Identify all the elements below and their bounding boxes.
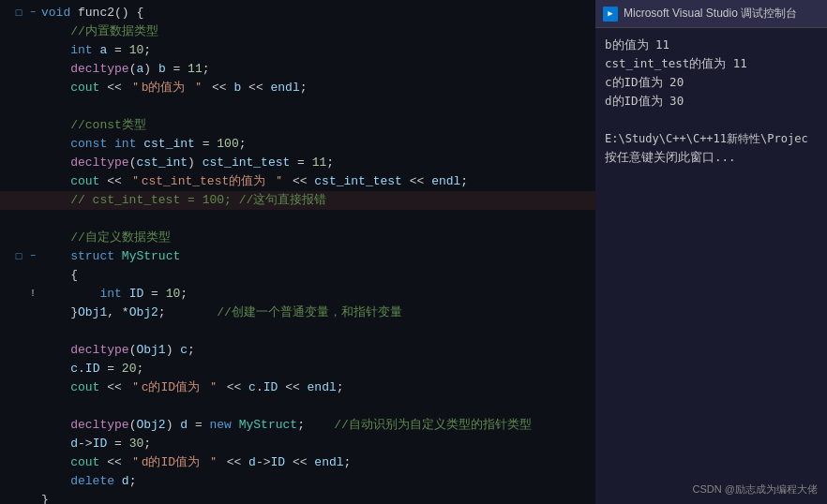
code-line-21-text: cout << ＂c的ID值为 ＂ << c.ID << endl; — [41, 378, 344, 397]
code-line-15-text: { — [41, 266, 78, 285]
console-output-line-2: cst_int_test的值为 11 — [605, 54, 818, 73]
code-line-24: d->ID = 30; — [0, 435, 595, 453]
code-line-7-text: //const类型 — [41, 116, 146, 135]
collapse-btn-16: ! — [30, 285, 41, 304]
code-line-23: decltype(Obj2) d = new MyStruct; //自动识别为… — [0, 416, 595, 435]
code-line-26: delete d; — [0, 472, 595, 491]
console-footer: CSDN @励志成为编程大佬 — [595, 479, 827, 504]
code-line-27: } — [0, 491, 595, 504]
code-line-24-text: d->ID = 30; — [41, 435, 151, 453]
code-line-14: □ − struct MyStruct — [0, 247, 595, 266]
gutter-collapse-14[interactable]: □ — [8, 247, 30, 266]
console-output-line-4: d的ID值为 30 — [605, 92, 818, 111]
code-line-6-text — [41, 97, 49, 116]
collapse-btn-1[interactable]: − — [30, 4, 41, 22]
console-output-line-7: 按任意键关闭此窗口... — [605, 148, 818, 167]
code-line-13: //自定义数据类型 — [0, 229, 595, 247]
code-line-16: ! int ID = 10; — [0, 285, 595, 304]
code-line-19: decltype(Obj1) c; — [0, 341, 595, 360]
console-output: b的值为 11 cst_int_test的值为 11 c的ID值为 20 d的I… — [595, 28, 827, 479]
code-line-21: cout << ＂c的ID值为 ＂ << c.ID << endl; — [0, 378, 595, 397]
code-line-2: //内置数据类型 — [0, 22, 595, 41]
code-line-14-text: struct MyStruct — [41, 247, 180, 266]
code-line-7: //const类型 — [0, 116, 595, 135]
code-line-5-text: cout << ＂b的值为 ＂ << b << endl; — [41, 79, 308, 97]
code-line-18-text — [41, 322, 49, 341]
code-line-8: const int cst_int = 100; — [0, 135, 595, 154]
console-titlebar: ▶ Microsoft Visual Studio 调试控制台 — [595, 0, 827, 28]
code-line-2-text: //内置数据类型 — [41, 22, 158, 41]
console-output-line-1: b的值为 11 — [605, 36, 818, 54]
code-line-12-text — [41, 210, 49, 229]
code-line-11: // cst_int_test = 100; //这句直接报错 — [0, 191, 595, 210]
code-line-15: { — [0, 266, 595, 285]
code-line-27-text: } — [41, 491, 49, 504]
code-line-11-text: // cst_int_test = 100; //这句直接报错 — [41, 191, 326, 210]
code-line-8-text: const int cst_int = 100; — [41, 135, 247, 154]
code-line-25: cout << ＂d的ID值为 ＂ << d->ID << endl; — [0, 453, 595, 472]
code-line-4: decltype(a) b = 11; — [0, 60, 595, 79]
console-title: Microsoft Visual Studio 调试控制台 — [624, 6, 797, 22]
code-line-5: cout << ＂b的值为 ＂ << b << endl; — [0, 79, 595, 97]
code-line-10-text: cout << ＂cst_int_test的值为 ＂ << cst_int_te… — [41, 172, 468, 191]
code-line-6 — [0, 97, 595, 116]
collapse-btn-14[interactable]: − — [30, 247, 41, 266]
code-line-18 — [0, 322, 595, 341]
code-line-9: decltype(cst_int) cst_int_test = 11; — [0, 154, 595, 172]
code-line-22-text — [41, 397, 49, 416]
code-line-16-text: int ID = 10; — [41, 285, 188, 304]
code-line-3: int a = 10; — [0, 41, 595, 60]
code-line-22 — [0, 397, 595, 416]
code-line-12 — [0, 210, 595, 229]
code-line-26-text: delete d; — [41, 472, 136, 491]
code-line-25-text: cout << ＂d的ID值为 ＂ << d->ID << endl; — [41, 453, 351, 472]
code-line-20: c.ID = 20; — [0, 360, 595, 378]
code-line-3-text: int a = 10; — [41, 41, 151, 60]
console-output-line-3: c的ID值为 20 — [605, 73, 818, 92]
vs-icon: ▶ — [603, 7, 618, 22]
code-line-1: □ − void func2() { — [0, 4, 595, 22]
code-editor: □ − void func2() { //内置数据类型 int a = 10; … — [0, 0, 595, 504]
console-panel: ▶ Microsoft Visual Studio 调试控制台 b的值为 11 … — [595, 0, 827, 504]
code-line-10: cout << ＂cst_int_test的值为 ＂ << cst_int_te… — [0, 172, 595, 191]
code-line-17-text: }Obj1, *Obj2; //创建一个普通变量，和指针变量 — [41, 304, 402, 322]
code-line-19-text: decltype(Obj1) c; — [41, 341, 195, 360]
code-line-13-text: //自定义数据类型 — [41, 229, 171, 247]
console-output-line-5 — [605, 111, 818, 129]
console-output-path: E:\Study\C++\C++11新特性\Projec — [605, 129, 818, 148]
code-line-20-text: c.ID = 20; — [41, 360, 143, 378]
code-line-17: }Obj1, *Obj2; //创建一个普通变量，和指针变量 — [0, 304, 595, 322]
code-content: □ − void func2() { //内置数据类型 int a = 10; … — [0, 0, 595, 504]
code-line-1-text: void func2() { — [41, 4, 143, 22]
code-line-9-text: decltype(cst_int) cst_int_test = 11; — [41, 154, 334, 172]
code-line-23-text: decltype(Obj2) d = new MyStruct; //自动识别为… — [41, 416, 532, 435]
gutter-collapse-1[interactable]: □ — [8, 4, 30, 22]
code-line-4-text: decltype(a) b = 11; — [41, 60, 210, 79]
